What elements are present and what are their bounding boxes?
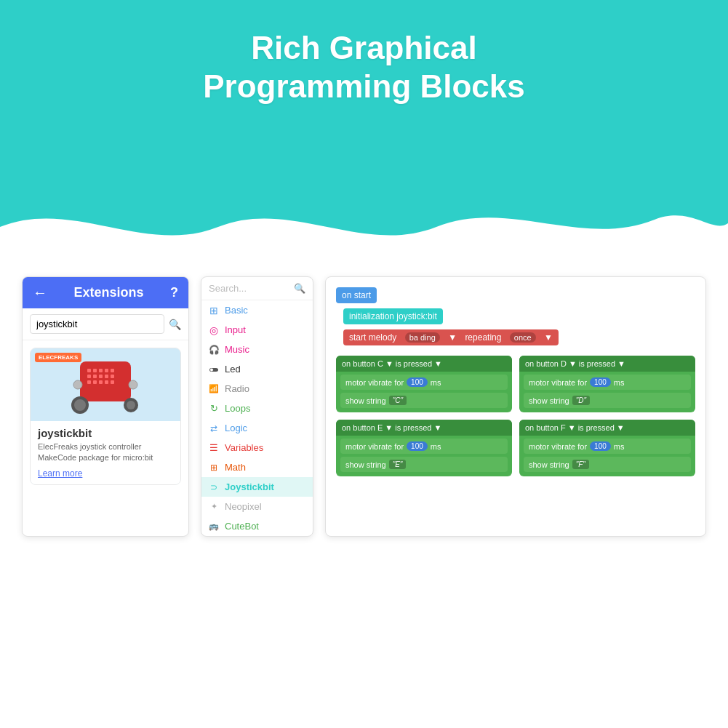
melody-block-row: start melody ba ding ▼ repeating once ▼ (343, 329, 695, 345)
svg-rect-7 (93, 375, 97, 378)
search-icon: 🔍 (294, 283, 305, 294)
button-groups-grid: on button C ▼ is pressed ▼ motor vibrate… (336, 356, 695, 476)
svg-rect-11 (87, 380, 91, 384)
category-neopixel[interactable]: ✦ Neopixel (201, 497, 313, 516)
button-c-group: on button C ▼ is pressed ▼ motor vibrate… (336, 356, 512, 412)
button-d-body: motor vibrate for 100 ms show string "D" (519, 372, 695, 412)
melody-value: ba ding (405, 332, 440, 343)
neopixel-icon: ✦ (209, 502, 219, 512)
show-string-f-block: show string "F" (524, 457, 691, 472)
category-search: Search... 🔍 (201, 277, 313, 300)
category-variables-label: Variables (225, 442, 263, 453)
show-string-e-block: show string "E" (340, 457, 508, 472)
svg-rect-8 (99, 375, 103, 378)
button-f-header: on button F ▼ is pressed ▼ (519, 420, 695, 436)
category-led-label: Led (225, 364, 241, 375)
extension-card-image: ELECFREAKS (31, 348, 180, 421)
melody-repeating: repeating (465, 332, 501, 343)
melody-once: once (510, 332, 536, 343)
svg-rect-12 (93, 380, 97, 384)
extension-description: ElecFreaks joystick controller MakeCode … (38, 441, 173, 464)
svg-point-16 (73, 380, 82, 389)
back-button[interactable]: ← (33, 284, 47, 301)
joystickbit-icon: ⊃ (209, 482, 219, 492)
svg-rect-9 (105, 375, 108, 378)
basic-icon: ⊞ (209, 305, 219, 316)
extension-card-body: joystickbit ElecFreaks joystick controll… (31, 421, 180, 484)
category-radio-label: Radio (225, 383, 249, 394)
svg-rect-10 (111, 375, 114, 378)
variables-icon: ☰ (209, 443, 219, 453)
show-string-d-block: show string "D" (524, 393, 691, 408)
vibrate-f-block: motor vibrate for 100 ms (524, 439, 691, 454)
help-button[interactable]: ? (170, 285, 178, 300)
svg-rect-2 (93, 369, 97, 372)
svg-rect-13 (99, 380, 103, 384)
input-icon: ◎ (209, 325, 219, 335)
category-led[interactable]: Led (201, 359, 313, 379)
radio-icon: 📶 (209, 384, 219, 394)
led-icon (209, 364, 219, 375)
on-start-label: on start (342, 290, 371, 300)
category-radio[interactable]: 📶 Radio (201, 379, 313, 399)
category-cutebot[interactable]: 🚌 CuteBot (201, 516, 313, 536)
button-d-group: on button D ▼ is pressed ▼ motor vibrate… (519, 356, 695, 412)
button-c-header: on button C ▼ is pressed ▼ (336, 356, 512, 372)
logic-icon: ⇄ (209, 423, 219, 433)
category-neopixel-label: Neopixel (225, 501, 262, 512)
extensions-title: Extensions (73, 285, 143, 300)
category-logic[interactable]: ⇄ Logic (201, 418, 313, 438)
melody-prefix: start melody (349, 332, 396, 343)
extension-search: 🔍 (23, 308, 188, 340)
search-placeholder-text: Search... (209, 283, 247, 294)
category-joystickbit-label: Joystickbit (225, 481, 274, 492)
extension-search-input[interactable] (30, 314, 164, 334)
category-math[interactable]: ⊞ Math (201, 457, 313, 477)
button-e-header: on button E ▼ is pressed ▼ (336, 420, 512, 436)
vibrate-d-block: motor vibrate for 100 ms (524, 375, 691, 390)
cutebot-icon: 🚌 (209, 521, 219, 532)
svg-rect-3 (99, 369, 103, 372)
hero-title: Rich Graphical Programming Blocks (203, 29, 525, 106)
button-e-body: motor vibrate for 100 ms show string "E" (336, 436, 512, 476)
svg-rect-14 (105, 380, 108, 384)
svg-point-19 (74, 399, 86, 411)
category-loops[interactable]: ↻ Loops (201, 399, 313, 418)
button-d-header: on button D ▼ is pressed ▼ (519, 356, 695, 372)
category-input-label: Input (225, 324, 246, 335)
svg-rect-4 (105, 369, 108, 372)
loops-icon: ↻ (209, 404, 219, 414)
math-icon: ⊞ (209, 463, 219, 473)
on-start-block: on start (336, 287, 695, 303)
hero-section: Rich Graphical Programming Blocks (0, 0, 728, 269)
categories-panel: Search... 🔍 ⊞ Basic ◎ Input 🎧 Music Led … (201, 276, 313, 537)
svg-point-23 (210, 368, 213, 371)
category-logic-label: Logic (225, 423, 247, 433)
button-e-group: on button E ▼ is pressed ▼ motor vibrate… (336, 420, 512, 476)
category-basic[interactable]: ⊞ Basic (201, 300, 313, 320)
main-content: ← Extensions ? 🔍 ELECFREAKS (0, 262, 728, 551)
extensions-header: ← Extensions ? (23, 277, 188, 308)
svg-point-17 (129, 380, 137, 389)
blocks-panel: on start initialization joystick:bit sta… (325, 276, 706, 537)
button-c-body: motor vibrate for 100 ms show string "C" (336, 372, 512, 412)
extension-name: joystickbit (38, 427, 173, 439)
learn-more-link[interactable]: Learn more (38, 468, 173, 479)
category-music-label: Music (225, 344, 249, 355)
wave-decoration (0, 183, 728, 271)
svg-rect-15 (111, 380, 114, 384)
extension-card: ELECFREAKS (30, 348, 181, 485)
category-loops-label: Loops (225, 403, 250, 414)
category-math-label: Math (225, 462, 246, 473)
category-cutebot-label: CuteBot (225, 521, 259, 532)
button-f-body: motor vibrate for 100 ms show string "F" (519, 436, 695, 476)
category-input[interactable]: ◎ Input (201, 320, 313, 340)
svg-point-21 (127, 401, 135, 409)
svg-rect-5 (111, 369, 114, 372)
svg-rect-1 (87, 369, 91, 372)
category-music[interactable]: 🎧 Music (201, 340, 313, 359)
category-joystickbit[interactable]: ⊃ Joystickbit (201, 477, 313, 497)
category-variables[interactable]: ☰ Variables (201, 438, 313, 457)
search-icon: 🔍 (169, 319, 181, 330)
top-blocks: on start initialization joystick:bit sta… (336, 287, 695, 348)
